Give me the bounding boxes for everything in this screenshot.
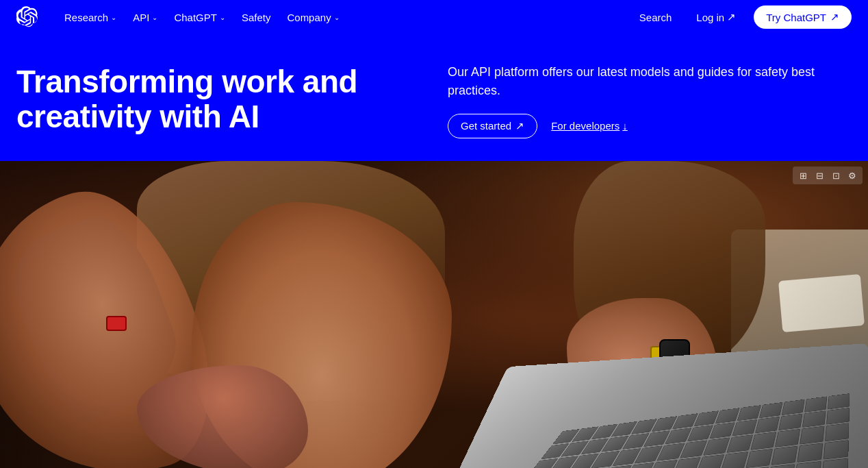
keyboard-key xyxy=(726,434,753,452)
keyboard-key xyxy=(782,399,805,415)
nav-item-research[interactable]: Research ⌄ xyxy=(58,8,123,27)
keyboard-key xyxy=(804,396,827,412)
photo-background xyxy=(0,161,868,468)
keyboard-key xyxy=(797,443,823,463)
hero-right: Our API platform offers our latest model… xyxy=(448,53,852,145)
try-chatgpt-label: Try ChatGPT xyxy=(766,12,826,23)
expand-icon[interactable]: ⊡ xyxy=(828,168,843,183)
hero-description: Our API platform offers our latest model… xyxy=(448,63,817,100)
hero-image: ⊞ ⊟ ⊡ ⚙ xyxy=(0,161,868,468)
nav-company-label: Company xyxy=(287,12,331,23)
try-chatgpt-arrow-icon: ↗ xyxy=(830,11,839,23)
phone-element xyxy=(778,274,865,332)
hero-left: Transforming work and creativity with AI xyxy=(16,53,420,145)
nav-links: Research ⌄ API ⌄ ChatGPT ⌄ Safety Compan… xyxy=(58,8,346,27)
nav-item-safety[interactable]: Safety xyxy=(235,8,278,27)
keyboard-key xyxy=(755,417,780,434)
columns-icon[interactable]: ⊟ xyxy=(812,168,827,183)
get-started-arrow-icon: ↗ xyxy=(515,120,524,132)
red-watch-element xyxy=(106,316,127,331)
keyboard-key xyxy=(825,423,849,441)
keyboard-key xyxy=(745,449,773,468)
nav-api-chevron: ⌄ xyxy=(152,14,157,21)
openai-logo-icon xyxy=(16,6,38,28)
navbar-left: Research ⌄ API ⌄ ChatGPT ⌄ Safety Compan… xyxy=(16,6,346,28)
nav-chatgpt-label: ChatGPT xyxy=(174,12,217,23)
nav-chatgpt-chevron: ⌄ xyxy=(220,14,225,21)
keyboard-key xyxy=(800,426,824,445)
laptop-element xyxy=(442,343,868,468)
navbar-right: Search Log in ↗ Try ChatGPT ↗ xyxy=(633,5,852,29)
grid-icon[interactable]: ⊞ xyxy=(795,168,810,183)
keyboard-key xyxy=(826,408,850,425)
keyboard-key xyxy=(775,429,800,447)
keyboard-key xyxy=(794,461,821,468)
nav-research-label: Research xyxy=(64,12,108,23)
image-toolbar: ⊞ ⊟ ⊡ ⚙ xyxy=(793,167,863,184)
login-link[interactable]: Log in ↗ xyxy=(689,7,743,27)
for-developers-arrow-icon: ↓ xyxy=(622,120,628,132)
for-developers-label: For developers xyxy=(551,120,620,132)
navbar: Research ⌄ API ⌄ ChatGPT ⌄ Safety Compan… xyxy=(0,0,868,34)
nav-item-company[interactable]: Company ⌄ xyxy=(280,8,346,27)
keyboard-key xyxy=(696,454,725,468)
try-chatgpt-button[interactable]: Try ChatGPT ↗ xyxy=(754,5,852,29)
get-started-button[interactable]: Get started ↗ xyxy=(448,114,537,138)
hero-buttons: Get started ↗ For developers ↓ xyxy=(448,114,852,138)
hero-section: Transforming work and creativity with AI… xyxy=(0,34,868,161)
logo[interactable] xyxy=(16,6,38,28)
login-arrow-icon: ↗ xyxy=(727,11,736,23)
keyboard-key xyxy=(824,440,849,460)
nav-item-api[interactable]: API ⌄ xyxy=(126,8,164,27)
keyboard-key xyxy=(802,410,826,428)
keyboard-keys xyxy=(499,393,850,468)
nav-api-label: API xyxy=(133,12,149,23)
keyboard-key xyxy=(828,393,850,409)
keyboard-key xyxy=(778,413,802,430)
keyboard-key xyxy=(732,419,757,436)
login-label: Log in xyxy=(696,12,724,23)
nav-safety-label: Safety xyxy=(242,12,271,23)
nav-item-chatgpt[interactable]: ChatGPT ⌄ xyxy=(167,8,232,27)
keyboard-key xyxy=(750,432,776,449)
settings-icon[interactable]: ⚙ xyxy=(845,168,860,183)
get-started-label: Get started xyxy=(461,120,511,132)
keyboard-key xyxy=(737,405,761,421)
keyboard-key xyxy=(821,458,848,468)
nav-company-chevron: ⌄ xyxy=(334,14,340,21)
hero-title: Transforming work and creativity with AI xyxy=(16,64,420,134)
keyboard-key xyxy=(771,446,797,466)
nav-research-chevron: ⌄ xyxy=(111,14,116,21)
keyboard-key xyxy=(720,452,748,468)
search-link[interactable]: Search xyxy=(633,8,679,27)
keyboard-key xyxy=(759,402,783,418)
for-developers-button[interactable]: For developers ↓ xyxy=(551,120,628,132)
